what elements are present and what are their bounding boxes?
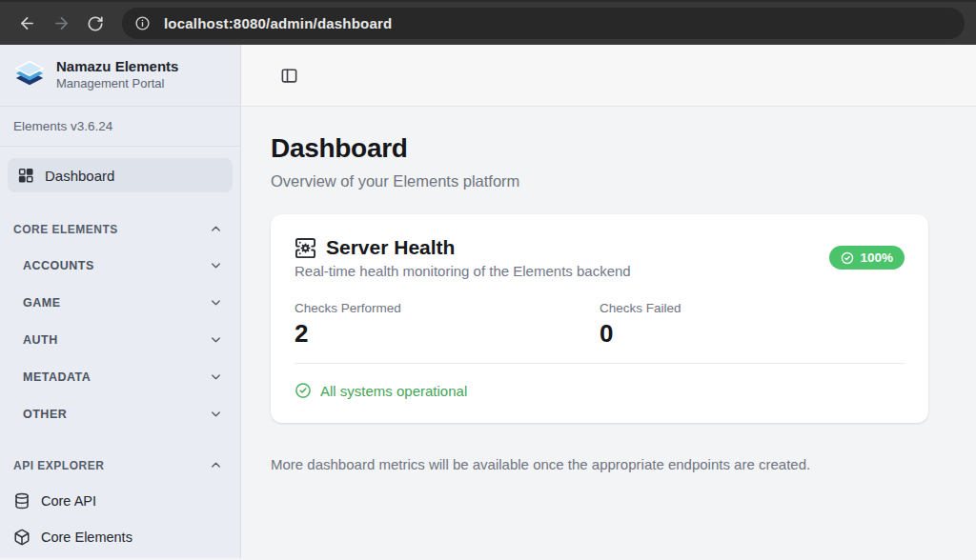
sub-item-label: GAME [23, 296, 61, 310]
dashboard-note: More dashboard metrics will be available… [271, 456, 946, 472]
system-status-row: All systems operational [295, 382, 905, 399]
stat-label: Checks Performed [295, 301, 600, 315]
reload-button[interactable] [80, 9, 111, 39]
chevron-down-icon [209, 407, 223, 421]
brand-subtitle: Management Portal [56, 76, 178, 90]
card-divider [295, 363, 905, 364]
status-text: All systems operational [320, 383, 467, 399]
database-icon [13, 492, 30, 510]
reload-icon [87, 15, 104, 32]
chevron-up-icon [209, 222, 223, 236]
check-circle-icon [841, 251, 854, 265]
server-health-card: Server Health Real-time health monitorin… [271, 214, 928, 423]
stat-checks-performed: Checks Performed 2 [295, 301, 600, 349]
back-arrow-icon [18, 14, 36, 32]
stat-value: 0 [600, 319, 905, 349]
server-cog-icon [295, 237, 316, 259]
chevron-down-icon [209, 370, 223, 384]
box-icon [13, 529, 30, 546]
api-item-label: Core API [41, 493, 96, 509]
sub-item-label: AUTH [23, 333, 58, 347]
url-bar[interactable]: localhost:8080/admin/dashboard [122, 8, 965, 39]
dashboard-content: Dashboard Overview of your Elements plat… [241, 107, 976, 499]
main-topbar [241, 45, 976, 107]
sidebar-item-game[interactable]: GAME [8, 284, 233, 321]
chevron-down-icon [209, 332, 223, 347]
chevron-down-icon [209, 295, 223, 310]
stat-label: Checks Failed [600, 301, 905, 315]
sidebar-item-label: Dashboard [45, 168, 114, 184]
back-button[interactable] [11, 9, 42, 39]
sub-item-label: ACCOUNTS [23, 259, 94, 272]
panel-left-icon [280, 67, 298, 85]
card-title: Server Health [326, 236, 455, 259]
badge-value: 100% [860, 250, 893, 265]
stat-value: 2 [295, 319, 600, 349]
site-info-icon[interactable] [130, 11, 154, 36]
sidebar-item-core-elements[interactable]: Core Elements [8, 519, 233, 555]
page-title: Dashboard [271, 133, 946, 164]
section-core-elements[interactable]: CORE ELEMENTS [8, 211, 233, 247]
sidebar-item-other[interactable]: OTHER [8, 395, 233, 432]
forward-arrow-icon [52, 14, 71, 32]
chevron-down-icon [209, 258, 223, 272]
sidebar-item-core-api[interactable]: Core API [8, 483, 233, 519]
version-label: Elements v3.6.24 [0, 107, 240, 147]
layers-logo-icon [13, 58, 46, 90]
url-text: localhost:8080/admin/dashboard [164, 15, 392, 31]
main-area: Dashboard Overview of your Elements plat… [241, 45, 976, 558]
brand-header: Namazu Elements Management Portal [0, 45, 240, 107]
card-subtitle: Real-time health monitoring of the Eleme… [295, 263, 631, 279]
section-api-explorer[interactable]: API EXPLORER [8, 448, 233, 483]
chevron-up-icon [209, 458, 223, 472]
sub-item-label: METADATA [23, 370, 91, 384]
section-label: API EXPLORER [13, 459, 104, 472]
forward-button[interactable] [46, 9, 76, 39]
sidebar-item-accounts[interactable]: ACCOUNTS [8, 247, 233, 284]
brand-title: Namazu Elements [56, 58, 178, 74]
stat-checks-failed: Checks Failed 0 [600, 301, 905, 349]
check-circle-icon [295, 382, 312, 399]
health-status-badge: 100% [829, 246, 905, 270]
grid-icon [17, 167, 34, 184]
browser-toolbar: localhost:8080/admin/dashboard [0, 0, 976, 45]
api-item-label: Core Elements [41, 530, 132, 545]
sidebar-nav: Dashboard CORE ELEMENTS ACCOUNTS GAME [0, 147, 240, 555]
page-subtitle: Overview of your Elements platform [271, 172, 946, 190]
sidebar-item-metadata[interactable]: METADATA [8, 358, 233, 395]
sidebar-item-dashboard[interactable]: Dashboard [8, 158, 233, 192]
sidebar-item-auth[interactable]: AUTH [8, 321, 233, 358]
sub-item-label: OTHER [23, 408, 67, 421]
section-label: CORE ELEMENTS [13, 223, 118, 236]
sidebar: Namazu Elements Management Portal Elemen… [0, 45, 241, 558]
sidebar-toggle-button[interactable] [274, 61, 303, 90]
